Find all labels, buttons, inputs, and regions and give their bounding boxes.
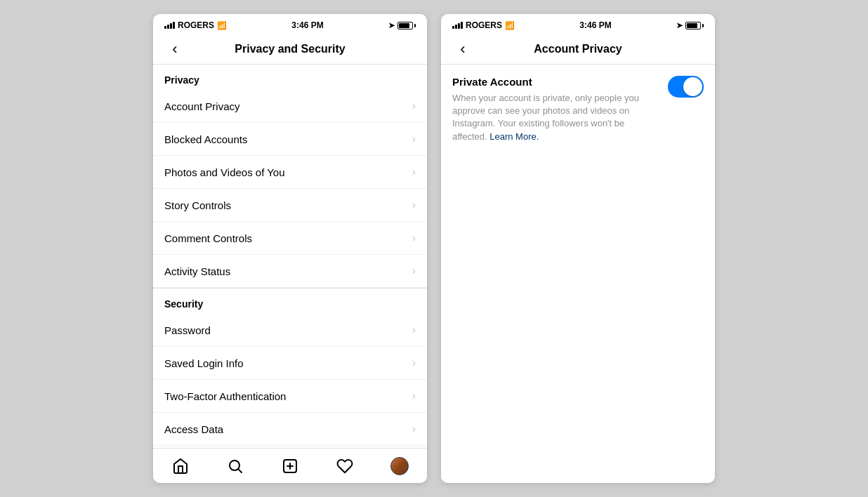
- section-header-privacy: Privacy: [153, 65, 427, 90]
- battery-tip-1: [414, 24, 416, 27]
- tab-activity[interactable]: [328, 449, 362, 483]
- svg-line-1: [239, 469, 242, 472]
- signal-bar-2-3: [458, 23, 460, 29]
- signal-bar-4: [173, 22, 175, 29]
- signal-bar-3: [170, 23, 172, 29]
- chevron-access-data: ›: [412, 423, 416, 435]
- phones-container: ROGERS 📶 3:46 PM ➤ ‹ Privacy and Securit…: [139, 0, 729, 497]
- private-account-description: When your account is private, only peopl…: [452, 92, 659, 143]
- tab-add[interactable]: [273, 449, 307, 483]
- avatar: [390, 457, 409, 475]
- menu-item-photos-videos[interactable]: Photos and Videos of You ›: [153, 156, 427, 189]
- battery-tip-2: [702, 24, 704, 27]
- svg-point-0: [230, 460, 239, 470]
- wifi-icon-2: 📶: [505, 21, 515, 30]
- back-button-1[interactable]: ‹: [164, 40, 185, 58]
- chevron-saved-login: ›: [412, 357, 416, 369]
- status-left-1: ROGERS 📶: [164, 20, 227, 30]
- tab-profile[interactable]: [383, 449, 416, 483]
- battery-fill-2: [687, 23, 697, 28]
- tab-search[interactable]: [218, 449, 252, 483]
- nav-title-2: Account Privacy: [473, 43, 683, 55]
- menu-label-photos-videos: Photos and Videos of You: [164, 166, 285, 178]
- learn-more-link[interactable]: Learn More.: [489, 131, 539, 142]
- back-button-2[interactable]: ‹: [452, 40, 473, 58]
- menu-item-comment-controls[interactable]: Comment Controls ›: [153, 222, 427, 255]
- private-account-title: Private Account: [452, 76, 659, 88]
- signal-bar-2-1: [452, 26, 454, 29]
- menu-item-access-data[interactable]: Access Data ›: [153, 413, 427, 446]
- content-1: Privacy Account Privacy › Blocked Accoun…: [153, 65, 427, 448]
- section-header-security: Security: [153, 289, 427, 314]
- menu-item-account-privacy[interactable]: Account Privacy ›: [153, 90, 427, 123]
- menu-item-story-controls[interactable]: Story Controls ›: [153, 189, 427, 222]
- phone-account-privacy: ROGERS 📶 3:46 PM ➤ ‹ Account Privacy: [441, 14, 715, 483]
- menu-label-password: Password: [164, 324, 211, 336]
- private-account-toggle[interactable]: [668, 76, 704, 98]
- menu-item-activity-status[interactable]: Activity Status ›: [153, 255, 427, 288]
- status-right-2: ➤: [676, 21, 704, 30]
- phone-privacy-security: ROGERS 📶 3:46 PM ➤ ‹ Privacy and Securit…: [153, 14, 427, 483]
- chevron-two-factor: ›: [412, 390, 416, 402]
- signal-bar-2-2: [455, 25, 457, 29]
- carrier-1: ROGERS: [178, 20, 214, 30]
- chevron-blocked-accounts: ›: [412, 133, 416, 145]
- content-2: Private Account When your account is pri…: [441, 65, 715, 483]
- tab-home[interactable]: [164, 449, 197, 483]
- tab-bar-1: [153, 448, 427, 483]
- menu-label-comment-controls: Comment Controls: [164, 232, 252, 244]
- chevron-activity-status: ›: [412, 265, 416, 277]
- battery-1: [397, 22, 416, 29]
- location-icon-1: ➤: [388, 21, 395, 30]
- status-bar-2: ROGERS 📶 3:46 PM ➤: [441, 14, 715, 34]
- chevron-story-controls: ›: [412, 199, 416, 211]
- signal-bar-1: [164, 26, 166, 29]
- menu-label-account-privacy: Account Privacy: [164, 100, 240, 112]
- menu-label-story-controls: Story Controls: [164, 199, 231, 211]
- nav-bar-1: ‹ Privacy and Security: [153, 34, 427, 65]
- private-account-text-block: Private Account When your account is pri…: [452, 76, 659, 143]
- menu-label-two-factor: Two-Factor Authentication: [164, 390, 286, 402]
- menu-item-saved-login[interactable]: Saved Login Info ›: [153, 347, 427, 380]
- status-left-2: ROGERS 📶: [452, 20, 515, 30]
- battery-body-1: [397, 22, 413, 29]
- menu-item-password[interactable]: Password ›: [153, 314, 427, 347]
- battery-2: [685, 22, 704, 29]
- nav-bar-2: ‹ Account Privacy: [441, 34, 715, 65]
- signal-bars-1: [164, 22, 175, 29]
- battery-body-2: [685, 22, 701, 29]
- status-bar-1: ROGERS 📶 3:46 PM ➤: [153, 14, 427, 34]
- time-2: 3:46 PM: [579, 20, 611, 30]
- chevron-account-privacy: ›: [412, 100, 416, 112]
- chevron-photos-videos: ›: [412, 166, 416, 178]
- private-account-desc-text: When your account is private, only peopl…: [452, 93, 639, 142]
- chevron-password: ›: [412, 324, 416, 336]
- signal-bar-2: [167, 25, 169, 29]
- location-icon-2: ➤: [676, 21, 683, 30]
- menu-item-two-factor[interactable]: Two-Factor Authentication ›: [153, 380, 427, 413]
- signal-bar-2-4: [461, 22, 463, 29]
- time-1: 3:46 PM: [291, 20, 323, 30]
- menu-label-blocked-accounts: Blocked Accounts: [164, 133, 247, 145]
- battery-fill-1: [399, 23, 409, 28]
- menu-label-activity-status: Activity Status: [164, 265, 230, 277]
- signal-bars-2: [452, 22, 463, 29]
- carrier-2: ROGERS: [466, 20, 502, 30]
- wifi-icon-1: 📶: [217, 21, 227, 30]
- chevron-comment-controls: ›: [412, 232, 416, 244]
- privacy-content: Private Account When your account is pri…: [441, 65, 715, 154]
- private-account-row: Private Account When your account is pri…: [452, 76, 704, 143]
- menu-label-saved-login: Saved Login Info: [164, 357, 244, 369]
- status-right-1: ➤: [388, 21, 416, 30]
- menu-item-blocked-accounts[interactable]: Blocked Accounts ›: [153, 123, 427, 156]
- nav-title-1: Privacy and Security: [185, 43, 395, 55]
- menu-label-access-data: Access Data: [164, 423, 223, 435]
